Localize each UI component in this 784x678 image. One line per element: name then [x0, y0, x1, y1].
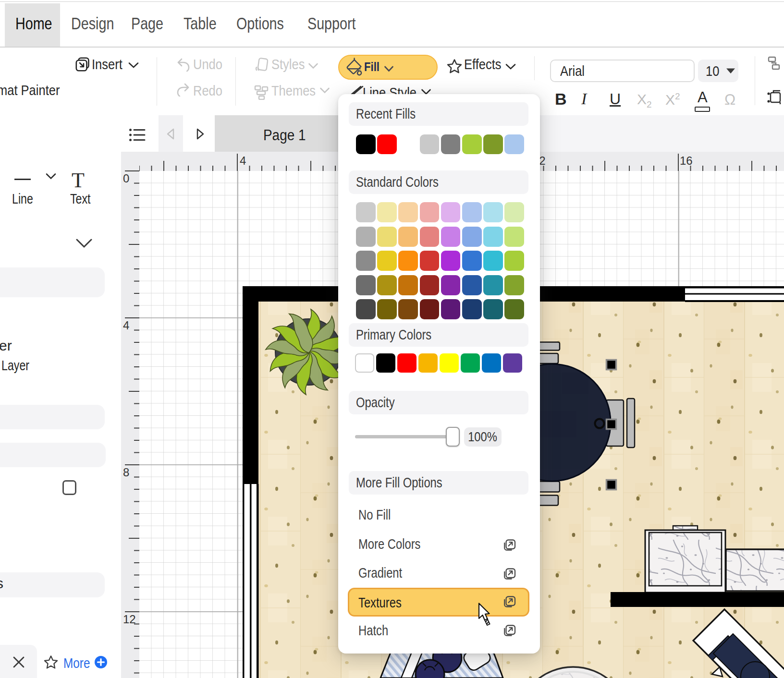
svg-text:4: 4 — [123, 319, 129, 332]
svg-text:12: 12 — [123, 613, 136, 626]
svg-text:16: 16 — [680, 154, 693, 167]
svg-text:0: 0 — [123, 172, 129, 185]
svg-text:4: 4 — [240, 154, 246, 167]
svg-text:8: 8 — [123, 466, 129, 479]
